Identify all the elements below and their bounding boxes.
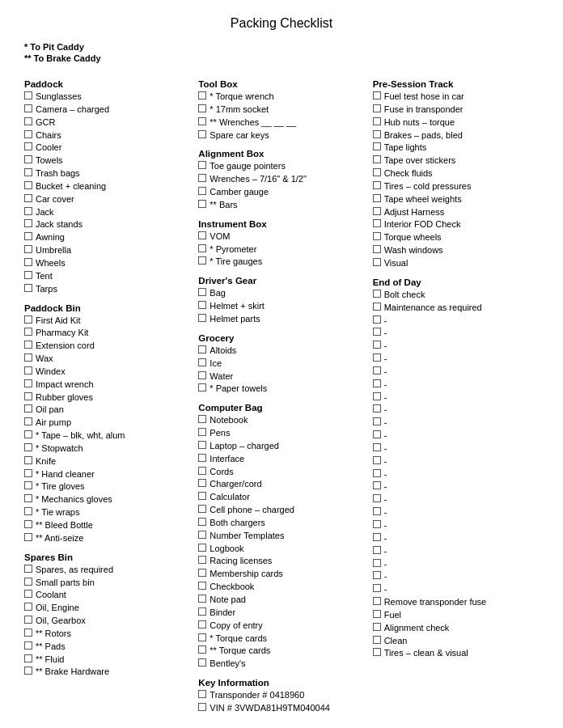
checkbox[interactable] — [24, 379, 32, 387]
checkbox[interactable] — [24, 328, 32, 336]
checkbox[interactable] — [24, 366, 32, 375]
checkbox[interactable] — [373, 328, 381, 336]
checkbox[interactable] — [24, 481, 32, 489]
checkbox[interactable] — [373, 546, 381, 554]
checkbox[interactable] — [24, 341, 32, 349]
checkbox[interactable] — [198, 582, 206, 590]
checkbox[interactable] — [373, 130, 381, 138]
checkbox[interactable] — [373, 443, 381, 451]
checkbox[interactable] — [373, 417, 381, 425]
checkbox[interactable] — [24, 520, 32, 528]
checkbox[interactable] — [373, 636, 381, 644]
checkbox[interactable] — [198, 130, 206, 138]
checkbox[interactable] — [198, 428, 206, 436]
checkbox[interactable] — [373, 290, 381, 298]
checkbox[interactable] — [24, 258, 32, 266]
checkbox[interactable] — [24, 404, 32, 413]
checkbox[interactable] — [373, 469, 381, 477]
checkbox[interactable] — [373, 207, 381, 215]
checkbox[interactable] — [373, 584, 381, 592]
checkbox[interactable] — [373, 117, 381, 125]
checkbox[interactable] — [198, 358, 206, 366]
checkbox[interactable] — [24, 219, 32, 227]
checkbox[interactable] — [24, 507, 32, 515]
checkbox[interactable] — [198, 703, 206, 711]
checkbox[interactable] — [198, 415, 206, 423]
checkbox[interactable] — [24, 590, 32, 598]
checkbox[interactable] — [24, 117, 32, 125]
checkbox[interactable] — [24, 353, 32, 362]
checkbox[interactable] — [198, 301, 206, 309]
checkbox[interactable] — [24, 284, 32, 292]
checkbox[interactable] — [373, 392, 381, 400]
checkbox[interactable] — [373, 315, 381, 324]
checkbox[interactable] — [373, 597, 381, 605]
checkbox[interactable] — [373, 245, 381, 253]
checkbox[interactable] — [24, 533, 32, 541]
checkbox[interactable] — [373, 258, 381, 266]
checkbox[interactable] — [198, 104, 206, 112]
checkbox[interactable] — [24, 469, 32, 477]
checkbox[interactable] — [198, 492, 206, 500]
checkbox[interactable] — [373, 303, 381, 311]
checkbox[interactable] — [373, 494, 381, 502]
checkbox[interactable] — [24, 181, 32, 189]
checkbox[interactable] — [198, 467, 206, 475]
checkbox[interactable] — [198, 505, 206, 513]
checkbox[interactable] — [373, 341, 381, 349]
checkbox[interactable] — [24, 494, 32, 502]
checkbox[interactable] — [198, 658, 206, 667]
checkbox[interactable] — [198, 314, 206, 322]
checkbox[interactable] — [24, 142, 32, 150]
checkbox[interactable] — [198, 518, 206, 526]
checkbox[interactable] — [373, 353, 381, 362]
checkbox[interactable] — [24, 207, 32, 215]
checkbox[interactable] — [373, 104, 381, 112]
checkbox[interactable] — [373, 194, 381, 202]
checkbox[interactable] — [198, 187, 206, 195]
checkbox[interactable] — [373, 571, 381, 579]
checkbox[interactable] — [24, 104, 32, 112]
checkbox[interactable] — [198, 371, 206, 379]
checkbox[interactable] — [198, 645, 206, 654]
checkbox[interactable] — [198, 117, 206, 125]
checkbox[interactable] — [373, 91, 381, 99]
checkbox[interactable] — [24, 392, 32, 400]
checkbox[interactable] — [373, 648, 381, 656]
checkbox[interactable] — [24, 245, 32, 253]
checkbox[interactable] — [24, 616, 32, 624]
checkbox[interactable] — [198, 161, 206, 169]
checkbox[interactable] — [373, 366, 381, 375]
checkbox[interactable] — [373, 559, 381, 567]
checkbox[interactable] — [198, 345, 206, 353]
checkbox[interactable] — [198, 607, 206, 616]
checkbox[interactable] — [198, 441, 206, 449]
checkbox[interactable] — [24, 667, 32, 675]
checkbox[interactable] — [373, 520, 381, 528]
checkbox[interactable] — [373, 481, 381, 489]
checkbox[interactable] — [373, 219, 381, 227]
checkbox[interactable] — [24, 194, 32, 202]
checkbox[interactable] — [198, 620, 206, 629]
checkbox[interactable] — [373, 430, 381, 438]
checkbox[interactable] — [373, 533, 381, 541]
checkbox[interactable] — [24, 654, 32, 662]
checkbox[interactable] — [198, 174, 206, 182]
checkbox[interactable] — [198, 569, 206, 577]
checkbox[interactable] — [373, 456, 381, 464]
checkbox[interactable] — [198, 244, 206, 252]
checkbox[interactable] — [198, 200, 206, 208]
checkbox[interactable] — [198, 595, 206, 603]
checkbox[interactable] — [198, 256, 206, 265]
checkbox[interactable] — [198, 383, 206, 392]
checkbox[interactable] — [198, 531, 206, 539]
checkbox[interactable] — [24, 130, 32, 138]
checkbox[interactable] — [373, 379, 381, 387]
checkbox[interactable] — [24, 456, 32, 464]
checkbox[interactable] — [373, 168, 381, 176]
checkbox[interactable] — [373, 155, 381, 163]
checkbox[interactable] — [198, 231, 206, 239]
checkbox[interactable] — [198, 91, 206, 99]
checkbox[interactable] — [24, 443, 32, 451]
checkbox[interactable] — [24, 603, 32, 611]
